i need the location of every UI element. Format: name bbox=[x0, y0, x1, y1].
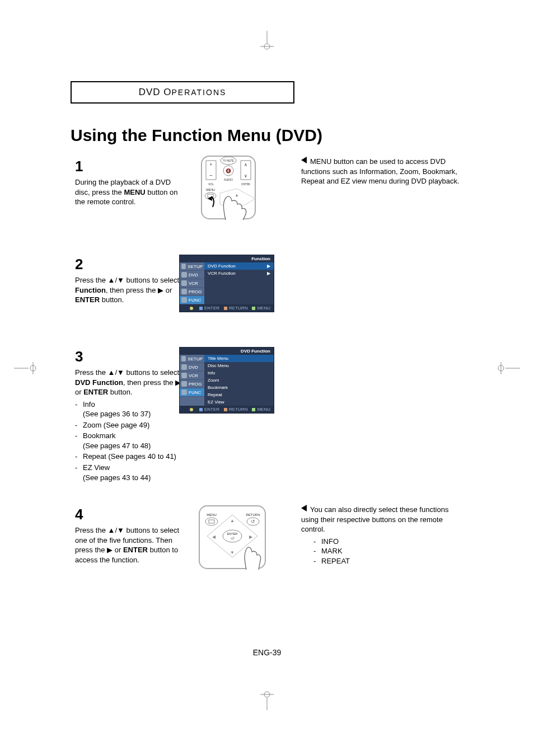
list-item: INFO bbox=[313, 537, 463, 547]
remote-figure-1: + − VOL TV MUTE 🔇 AUDIO ∧ ∨ CH/TRK MENU … bbox=[189, 154, 268, 221]
step-1: 1 During the playback of a DVD disc, pre… bbox=[75, 157, 187, 207]
step-2: 2 Press the ▲/▼ buttons to select Functi… bbox=[75, 255, 181, 305]
osd-footer-return: RETURN bbox=[224, 306, 247, 311]
svg-text:CH/TRK: CH/TRK bbox=[241, 183, 251, 186]
osd-footer-menu: MENU bbox=[252, 407, 270, 412]
prog-icon bbox=[181, 381, 187, 387]
step-1-text: During the playback of a DVD disc, press… bbox=[75, 177, 187, 207]
osd2-item-ezview: EZ View bbox=[204, 398, 274, 406]
svg-text:+: + bbox=[209, 162, 212, 167]
vcr-icon bbox=[181, 373, 187, 378]
crop-mark-bottom bbox=[250, 691, 284, 712]
crop-mark-left bbox=[14, 360, 39, 379]
osd-dvd-function-menu: DVD Function SETUP DVD VCR PROG FUNC Tit… bbox=[179, 347, 274, 414]
osd-footer-menu: MENU bbox=[252, 306, 270, 311]
osd-footer-move-icon bbox=[190, 306, 195, 311]
list-item: Bookmark(See pages 47 to 48) bbox=[75, 431, 187, 450]
step-4-number: 4 bbox=[75, 505, 187, 524]
osd-footer-return: RETURN bbox=[224, 407, 247, 412]
svg-text:▲: ▲ bbox=[230, 518, 235, 523]
list-item: Repeat (See pages 40 to 41) bbox=[75, 452, 187, 462]
svg-text:MENU: MENU bbox=[207, 513, 217, 516]
osd2-item-title-menu: Title Menu bbox=[204, 355, 274, 362]
osd2-item-info: Info bbox=[204, 369, 274, 377]
list-item: Zoom (See page 49) bbox=[75, 420, 187, 430]
step-1-number: 1 bbox=[75, 157, 187, 176]
list-item: REPEAT bbox=[313, 556, 463, 566]
step-2-number: 2 bbox=[75, 255, 181, 274]
osd-tab-setup: SETUP bbox=[180, 355, 204, 363]
func-icon bbox=[181, 297, 187, 303]
list-item: EZ View(See pages 43 to 44) bbox=[75, 463, 187, 482]
osd2-left-tabs: SETUP DVD VCR PROG FUNC bbox=[180, 355, 204, 406]
osd2-item-repeat: Repeat bbox=[204, 391, 274, 398]
svg-text:ENTER: ENTER bbox=[227, 532, 238, 536]
list-item: MARK bbox=[313, 546, 463, 556]
svg-text:◀: ◀ bbox=[212, 534, 216, 539]
svg-text:TV MUTE: TV MUTE bbox=[223, 159, 234, 162]
osd2-item-bookmark: Bookmark bbox=[204, 384, 274, 391]
osd2-header: DVD Function bbox=[180, 348, 274, 355]
dvd-icon bbox=[181, 364, 187, 370]
osd-footer-enter: ENTER bbox=[199, 407, 219, 412]
svg-text:−: − bbox=[209, 172, 213, 179]
osd-tab-prog: PROG bbox=[180, 288, 204, 296]
step-3-list: Info(See pages 36 to 37) Zoom (See page … bbox=[75, 400, 187, 482]
func-icon bbox=[181, 389, 187, 395]
svg-text:∧: ∧ bbox=[244, 162, 247, 167]
note-2: You can also directly select these funct… bbox=[301, 505, 463, 566]
note-2-text: You can also directly select these funct… bbox=[301, 505, 448, 533]
setup-icon bbox=[181, 264, 186, 269]
svg-text:▲: ▲ bbox=[235, 193, 239, 197]
remote-figure-2: MENU RETURN ↺ ENTER ⏎ ▲ ▼ ◀ ▶ bbox=[196, 503, 269, 572]
section-header: DVD OPERATIONS bbox=[71, 81, 294, 104]
left-arrow-icon bbox=[301, 157, 307, 163]
svg-text:⏎: ⏎ bbox=[231, 536, 235, 541]
step-3-text: Press the ▲/▼ buttons to select DVD Func… bbox=[75, 368, 187, 397]
osd-tab-vcr: VCR bbox=[180, 279, 204, 288]
osd2-right-list: Title Menu Disc Menu Info Zoom Bookmark … bbox=[204, 355, 274, 406]
step-3: 3 Press the ▲/▼ buttons to select DVD Fu… bbox=[75, 347, 187, 483]
osd-tab-dvd: DVD bbox=[180, 271, 204, 279]
step-2-text: Press the ▲/▼ buttons to select Function… bbox=[75, 275, 181, 305]
note-1: MENU button can be used to access DVD fu… bbox=[301, 157, 463, 186]
vcr-icon bbox=[181, 280, 187, 286]
osd-function-menu: Function SETUP DVD VCR PROG FUNC DVD Fun… bbox=[179, 255, 274, 312]
left-arrow-icon bbox=[301, 505, 307, 511]
step-4-text: Press the ▲/▼ buttons to select one of t… bbox=[75, 525, 187, 565]
crop-mark-right bbox=[495, 360, 520, 379]
note-2-list: INFO MARK REPEAT bbox=[313, 537, 463, 566]
osd2-item-disc-menu: Disc Menu bbox=[204, 362, 274, 369]
osd2-item-zoom: Zoom bbox=[204, 377, 274, 384]
svg-text:∨: ∨ bbox=[244, 173, 247, 179]
svg-text:RETURN: RETURN bbox=[246, 513, 260, 516]
osd-tab-func: FUNC bbox=[180, 296, 204, 304]
prog-icon bbox=[181, 289, 187, 294]
dvd-icon bbox=[181, 272, 187, 278]
note-1-text: MENU button can be used to access DVD fu… bbox=[301, 157, 460, 185]
setup-icon bbox=[181, 356, 186, 361]
section-header-text: DVD OPERATIONS bbox=[139, 87, 227, 98]
osd1-item-dvd-function: DVD Function▶ bbox=[204, 262, 274, 270]
crop-mark-top bbox=[250, 31, 284, 52]
page-title: Using the Function Menu (DVD) bbox=[71, 126, 322, 145]
osd-tab-func: FUNC bbox=[180, 388, 204, 397]
svg-text:AUDIO: AUDIO bbox=[224, 178, 233, 181]
osd1-right-list: DVD Function▶ VCR Function▶ bbox=[204, 262, 274, 304]
osd1-header: Function bbox=[180, 255, 274, 262]
osd1-item-vcr-function: VCR Function▶ bbox=[204, 270, 274, 277]
page-number: ENG-39 bbox=[0, 648, 534, 657]
osd-footer-enter: ENTER bbox=[199, 306, 219, 311]
osd-footer-move-icon bbox=[190, 407, 195, 412]
osd2-footer: ENTER RETURN MENU bbox=[180, 406, 274, 413]
svg-text:↺: ↺ bbox=[251, 519, 255, 524]
osd1-footer: ENTER RETURN MENU bbox=[180, 304, 274, 312]
osd1-left-tabs: SETUP DVD VCR PROG FUNC bbox=[180, 262, 204, 304]
osd-tab-vcr: VCR bbox=[180, 372, 204, 380]
step-3-number: 3 bbox=[75, 347, 187, 367]
osd-tab-setup: SETUP bbox=[180, 262, 204, 271]
step-4: 4 Press the ▲/▼ buttons to select one of… bbox=[75, 505, 187, 565]
svg-text:VOL: VOL bbox=[208, 182, 214, 186]
osd-tab-prog: PROG bbox=[180, 380, 204, 388]
svg-text:🔇: 🔇 bbox=[226, 168, 231, 173]
